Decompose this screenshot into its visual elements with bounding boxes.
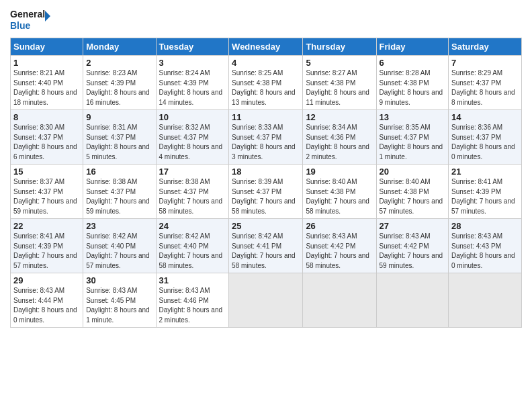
day-number: 3 (159, 58, 226, 68)
day-detail: Sunrise: 8:37 AMSunset: 4:37 PMDaylight:… (13, 178, 77, 215)
calendar-cell (449, 273, 522, 328)
calendar-cell: 28 Sunrise: 8:43 AMSunset: 4:43 PMDaylig… (449, 219, 522, 273)
calendar-cell: 29 Sunrise: 8:43 AMSunset: 4:44 PMDaylig… (11, 273, 83, 328)
calendar-cell: 30 Sunrise: 8:43 AMSunset: 4:45 PMDaylig… (83, 273, 156, 328)
day-number: 31 (159, 275, 226, 285)
calendar-cell: 22 Sunrise: 8:41 AMSunset: 4:39 PMDaylig… (11, 219, 83, 273)
day-detail: Sunrise: 8:23 AMSunset: 4:39 PMDaylight:… (86, 69, 150, 106)
calendar-cell: 5 Sunrise: 8:27 AMSunset: 4:38 PMDayligh… (303, 56, 376, 110)
day-detail: Sunrise: 8:41 AMSunset: 4:39 PMDaylight:… (451, 178, 515, 215)
day-number: 17 (159, 167, 226, 177)
calendar-cell (303, 273, 376, 328)
day-number: 22 (13, 221, 80, 231)
day-number: 24 (159, 221, 226, 231)
day-detail: Sunrise: 8:42 AMSunset: 4:40 PMDaylight:… (86, 232, 150, 269)
day-number: 21 (451, 167, 519, 177)
calendar-cell: 6 Sunrise: 8:28 AMSunset: 4:38 PMDayligh… (376, 56, 449, 110)
day-header-sunday: Sunday (11, 38, 83, 56)
day-detail: Sunrise: 8:31 AMSunset: 4:37 PMDaylight:… (86, 124, 150, 161)
calendar-cell: 24 Sunrise: 8:42 AMSunset: 4:40 PMDaylig… (156, 219, 229, 273)
week-row-4: 22 Sunrise: 8:41 AMSunset: 4:39 PMDaylig… (11, 219, 522, 273)
day-detail: Sunrise: 8:43 AMSunset: 4:46 PMDaylight:… (159, 287, 223, 324)
day-number: 27 (380, 221, 446, 231)
day-number: 16 (86, 167, 152, 177)
calendar-cell: 2 Sunrise: 8:23 AMSunset: 4:39 PMDayligh… (83, 56, 156, 110)
day-detail: Sunrise: 8:40 AMSunset: 4:38 PMDaylight:… (306, 178, 369, 215)
day-detail: Sunrise: 8:41 AMSunset: 4:39 PMDaylight:… (13, 232, 77, 269)
day-detail: Sunrise: 8:29 AMSunset: 4:37 PMDaylight:… (451, 69, 515, 106)
day-detail: Sunrise: 8:39 AMSunset: 4:37 PMDaylight:… (232, 178, 296, 215)
day-header-saturday: Saturday (449, 38, 522, 56)
calendar-cell: 17 Sunrise: 8:38 AMSunset: 4:37 PMDaylig… (156, 165, 229, 219)
svg-text:General: General (10, 9, 45, 19)
svg-text:Blue: Blue (10, 20, 31, 31)
day-number: 12 (306, 112, 373, 122)
calendar: SundayMondayTuesdayWednesdayThursdayFrid… (10, 38, 522, 328)
calendar-cell: 31 Sunrise: 8:43 AMSunset: 4:46 PMDaylig… (156, 273, 229, 328)
day-number: 25 (232, 221, 300, 231)
calendar-cell: 8 Sunrise: 8:30 AMSunset: 4:37 PMDayligh… (11, 110, 83, 165)
day-detail: Sunrise: 8:21 AMSunset: 4:40 PMDaylight:… (13, 69, 77, 106)
header: General Blue (10, 7, 522, 32)
day-detail: Sunrise: 8:24 AMSunset: 4:39 PMDaylight:… (159, 69, 223, 106)
calendar-cell (376, 273, 449, 328)
day-header-tuesday: Tuesday (156, 38, 229, 56)
calendar-cell: 27 Sunrise: 8:43 AMSunset: 4:42 PMDaylig… (376, 219, 449, 273)
day-detail: Sunrise: 8:40 AMSunset: 4:38 PMDaylight:… (380, 178, 443, 215)
day-number: 20 (380, 167, 446, 177)
calendar-cell: 13 Sunrise: 8:35 AMSunset: 4:37 PMDaylig… (376, 110, 449, 165)
calendar-cell: 15 Sunrise: 8:37 AMSunset: 4:37 PMDaylig… (11, 165, 83, 219)
day-number: 11 (232, 112, 300, 122)
day-number: 15 (13, 167, 80, 177)
calendar-cell: 21 Sunrise: 8:41 AMSunset: 4:39 PMDaylig… (449, 165, 522, 219)
calendar-cell: 10 Sunrise: 8:32 AMSunset: 4:37 PMDaylig… (156, 110, 229, 165)
calendar-header-row: SundayMondayTuesdayWednesdayThursdayFrid… (11, 38, 522, 56)
logo-svg: General Blue (10, 7, 50, 32)
day-number: 1 (13, 58, 80, 68)
day-detail: Sunrise: 8:32 AMSunset: 4:37 PMDaylight:… (159, 124, 223, 161)
week-row-5: 29 Sunrise: 8:43 AMSunset: 4:44 PMDaylig… (11, 273, 522, 328)
day-detail: Sunrise: 8:27 AMSunset: 4:38 PMDaylight:… (306, 69, 369, 106)
day-detail: Sunrise: 8:43 AMSunset: 4:43 PMDaylight:… (451, 232, 515, 269)
day-detail: Sunrise: 8:34 AMSunset: 4:36 PMDaylight:… (306, 124, 369, 161)
calendar-cell: 3 Sunrise: 8:24 AMSunset: 4:39 PMDayligh… (156, 56, 229, 110)
calendar-cell: 19 Sunrise: 8:40 AMSunset: 4:38 PMDaylig… (303, 165, 376, 219)
calendar-cell: 1 Sunrise: 8:21 AMSunset: 4:40 PMDayligh… (11, 56, 83, 110)
day-number: 8 (13, 112, 80, 122)
day-number: 18 (232, 167, 300, 177)
day-number: 7 (451, 58, 519, 68)
day-header-thursday: Thursday (303, 38, 376, 56)
day-detail: Sunrise: 8:42 AMSunset: 4:41 PMDaylight:… (232, 232, 296, 269)
day-number: 14 (451, 112, 519, 122)
day-number: 28 (451, 221, 519, 231)
day-number: 6 (380, 58, 446, 68)
day-detail: Sunrise: 8:28 AMSunset: 4:38 PMDaylight:… (380, 69, 443, 106)
day-header-friday: Friday (376, 38, 449, 56)
calendar-cell: 9 Sunrise: 8:31 AMSunset: 4:37 PMDayligh… (83, 110, 156, 165)
day-detail: Sunrise: 8:43 AMSunset: 4:45 PMDaylight:… (86, 287, 150, 324)
day-number: 13 (380, 112, 446, 122)
day-number: 5 (306, 58, 373, 68)
day-detail: Sunrise: 8:38 AMSunset: 4:37 PMDaylight:… (159, 178, 223, 215)
week-row-3: 15 Sunrise: 8:37 AMSunset: 4:37 PMDaylig… (11, 165, 522, 219)
calendar-cell: 7 Sunrise: 8:29 AMSunset: 4:37 PMDayligh… (449, 56, 522, 110)
calendar-cell: 23 Sunrise: 8:42 AMSunset: 4:40 PMDaylig… (83, 219, 156, 273)
week-row-2: 8 Sunrise: 8:30 AMSunset: 4:37 PMDayligh… (11, 110, 522, 165)
calendar-cell: 25 Sunrise: 8:42 AMSunset: 4:41 PMDaylig… (229, 219, 303, 273)
page: General Blue SundayMondayTuesdayWednesda… (0, 0, 532, 411)
day-number: 10 (159, 112, 226, 122)
calendar-cell: 20 Sunrise: 8:40 AMSunset: 4:38 PMDaylig… (376, 165, 449, 219)
calendar-cell: 4 Sunrise: 8:25 AMSunset: 4:38 PMDayligh… (229, 56, 303, 110)
day-number: 30 (86, 275, 152, 285)
day-detail: Sunrise: 8:33 AMSunset: 4:37 PMDaylight:… (232, 124, 296, 161)
day-number: 2 (86, 58, 152, 68)
day-detail: Sunrise: 8:43 AMSunset: 4:42 PMDaylight:… (306, 232, 369, 269)
day-detail: Sunrise: 8:43 AMSunset: 4:42 PMDaylight:… (380, 232, 443, 269)
day-detail: Sunrise: 8:43 AMSunset: 4:44 PMDaylight:… (13, 287, 77, 324)
day-number: 4 (232, 58, 300, 68)
day-number: 23 (86, 221, 152, 231)
day-number: 19 (306, 167, 373, 177)
calendar-cell: 26 Sunrise: 8:43 AMSunset: 4:42 PMDaylig… (303, 219, 376, 273)
day-header-wednesday: Wednesday (229, 38, 303, 56)
calendar-cell: 18 Sunrise: 8:39 AMSunset: 4:37 PMDaylig… (229, 165, 303, 219)
